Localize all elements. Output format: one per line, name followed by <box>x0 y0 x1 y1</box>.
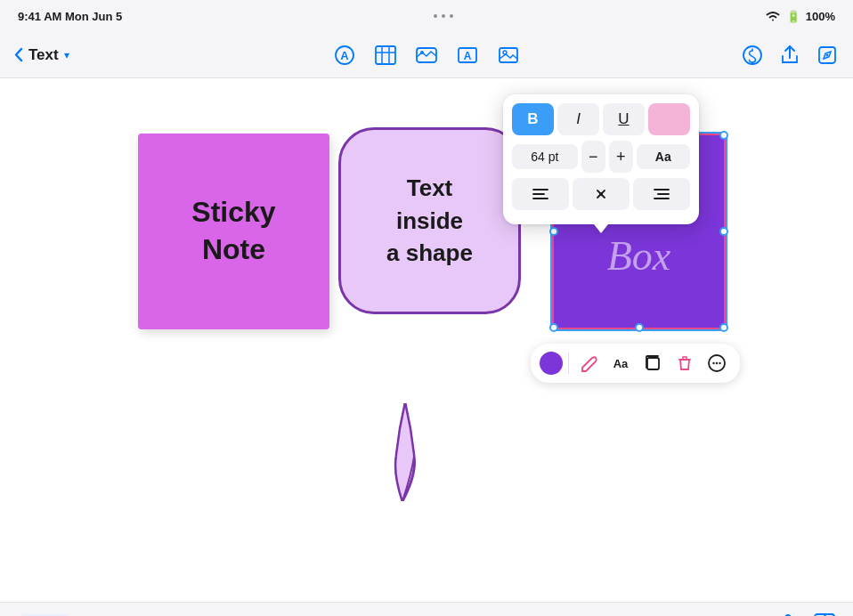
image-icon[interactable] <box>497 44 520 67</box>
toolbar-right <box>638 44 840 67</box>
align-center-button[interactable] <box>573 178 630 210</box>
underline-button[interactable]: U <box>603 103 645 135</box>
format-row-size: 64 pt − + Aa <box>512 141 690 173</box>
svg-point-7 <box>420 51 424 54</box>
svg-point-32 <box>716 362 718 364</box>
more-options-button[interactable] <box>703 349 731 377</box>
font-picker-button[interactable]: Aa <box>637 144 690 169</box>
handle-bottom-middle[interactable] <box>635 323 644 332</box>
status-time: 9:41 AM Mon Jun 5 <box>18 10 122 23</box>
table-icon[interactable] <box>374 44 397 67</box>
handle-middle-right[interactable] <box>719 227 728 236</box>
context-toolbar: Aa <box>531 344 740 383</box>
toolbar: Text ▾ A <box>0 32 853 78</box>
wifi-icon <box>765 10 781 22</box>
handle-bottom-right[interactable] <box>719 323 728 332</box>
format-row-align <box>512 178 690 210</box>
back-chevron-icon <box>14 47 23 62</box>
sticky-note[interactable]: StickyNote <box>138 134 329 329</box>
status-bar: 9:41 AM Mon Jun 5 🔋 100% <box>0 0 853 32</box>
italic-button[interactable]: I <box>557 103 599 135</box>
svg-rect-2 <box>376 46 395 64</box>
bottom-bar: 150% <box>0 602 853 616</box>
popup-arrow <box>594 224 608 233</box>
divider <box>568 353 569 374</box>
page-title: Text <box>28 46 59 64</box>
format-row-style: B I U <box>512 103 690 135</box>
annotation-icon[interactable]: A <box>333 44 356 67</box>
font-size-display: 64 pt <box>512 144 578 169</box>
speech-bubble-text: Textinsidea shape <box>386 172 473 269</box>
delete-button[interactable] <box>670 349 699 377</box>
svg-point-24 <box>599 192 603 196</box>
textbox-icon[interactable]: A <box>456 44 479 67</box>
color-picker-button[interactable] <box>648 103 690 135</box>
handle-middle-left[interactable] <box>549 227 558 236</box>
align-right-button[interactable] <box>633 178 690 210</box>
svg-point-33 <box>719 362 720 364</box>
canvas[interactable]: StickyNote Textinsidea shape TextBox B <box>0 78 853 602</box>
speech-bubble-tail <box>392 403 418 501</box>
duplicate-button[interactable] <box>638 349 667 377</box>
speech-bubble[interactable]: Textinsidea shape <box>338 127 521 314</box>
battery-icon: 🔋 <box>786 10 800 23</box>
back-button[interactable] <box>14 47 23 62</box>
handle-top-right[interactable] <box>719 131 728 140</box>
align-left-button[interactable] <box>512 178 569 210</box>
sticky-note-text: StickyNote <box>191 194 275 268</box>
share-icon[interactable] <box>778 44 801 67</box>
collaborate-icon[interactable] <box>741 44 764 67</box>
toolbar-left: Text ▾ <box>14 46 215 64</box>
title-dropdown-arrow[interactable]: ▾ <box>64 49 69 61</box>
media-icon[interactable] <box>415 44 438 67</box>
font-button[interactable]: Aa <box>606 349 635 377</box>
decrease-size-button[interactable]: − <box>581 141 605 173</box>
battery-level: 100% <box>806 10 835 23</box>
svg-text:A: A <box>464 50 472 62</box>
element-color-swatch[interactable] <box>540 352 563 375</box>
increase-size-button[interactable]: + <box>609 141 633 173</box>
stroke-color-button[interactable] <box>574 349 603 377</box>
svg-point-31 <box>712 362 714 364</box>
format-popup: B I U 64 pt − + Aa <box>503 94 699 224</box>
edit-icon[interactable] <box>816 44 839 67</box>
svg-text:A: A <box>340 49 349 62</box>
svg-rect-29 <box>647 358 659 369</box>
handle-bottom-left[interactable] <box>549 323 558 332</box>
bold-button[interactable]: B <box>512 103 554 135</box>
status-center <box>434 14 453 18</box>
svg-point-16 <box>826 53 829 56</box>
svg-rect-10 <box>500 48 517 62</box>
status-icons: 🔋 100% <box>765 10 835 23</box>
toolbar-center: A A <box>226 44 628 67</box>
